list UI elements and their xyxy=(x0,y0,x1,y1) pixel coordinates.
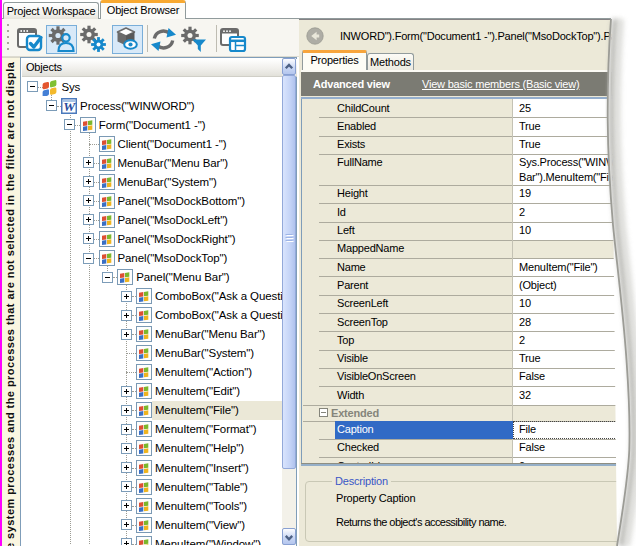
svg-text:W: W xyxy=(64,99,77,114)
